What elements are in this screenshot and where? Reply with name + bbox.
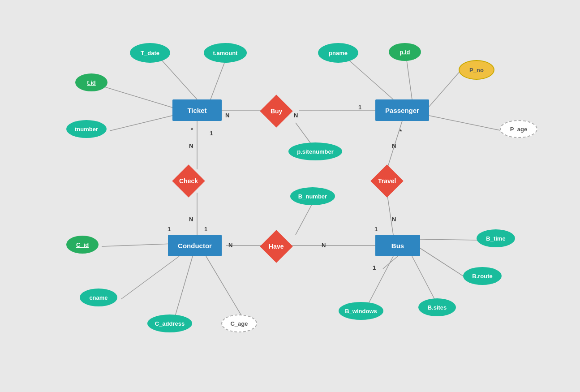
entity-passenger[interactable]: Passenger <box>375 99 429 121</box>
svg-line-0 <box>157 55 197 99</box>
attr-p-age: P_age <box>500 120 537 138</box>
svg-line-23 <box>420 248 466 278</box>
svg-line-3 <box>110 116 172 131</box>
card-bus-have-1: 1 <box>374 226 378 233</box>
svg-line-22 <box>420 239 479 240</box>
svg-line-13 <box>387 193 393 235</box>
relation-travel[interactable]: Travel <box>370 164 404 198</box>
attr-p-no: P_no <box>459 60 494 80</box>
attr-b-time: B_time <box>477 229 515 247</box>
card-conductor-have-n: N <box>228 242 232 249</box>
attr-t-amount: t.amount <box>204 43 247 63</box>
card-buy-passenger: N <box>294 112 298 119</box>
attr-tnumber: tnumber <box>66 120 107 138</box>
attr-b-number: B_number <box>290 187 335 205</box>
card-passenger-buy: 1 <box>358 104 361 111</box>
card-ticket-check-n: N <box>189 142 193 149</box>
card-ticket-check-star: * <box>191 126 193 133</box>
er-diagram: Ticket Passenger Conductor Bus Buy Check… <box>0 0 580 392</box>
entity-bus[interactable]: Bus <box>375 235 420 256</box>
card-passenger-travel-n: N <box>392 142 396 149</box>
attr-c-age: C_age <box>221 314 257 332</box>
attr-t-date: T_date <box>130 43 170 63</box>
svg-line-26 <box>383 256 398 269</box>
attr-c-address: C_address <box>147 314 192 332</box>
attr-p-id: p.id <box>389 43 421 61</box>
attr-b-sites: B.sites <box>418 298 456 316</box>
card-ticket-check-1: 1 <box>210 130 213 137</box>
relation-check[interactable]: Check <box>172 164 205 198</box>
card-travel-bus-n: N <box>392 216 396 223</box>
svg-line-2 <box>96 84 172 108</box>
card-have-bus-n: N <box>322 242 326 249</box>
card-conductor-have-1: 1 <box>204 226 207 233</box>
svg-line-6 <box>343 55 393 99</box>
card-bus-bottom-1: 1 <box>373 264 376 271</box>
entity-conductor[interactable]: Conductor <box>168 235 222 256</box>
relation-buy[interactable]: Buy <box>260 95 293 128</box>
attr-t-id: t.id <box>75 73 107 91</box>
card-check-conductor-n: N <box>189 216 193 223</box>
attr-p-sitenumber: p.sitenumber <box>288 142 342 160</box>
card-conductor-check-1: 1 <box>168 226 171 233</box>
attr-pname: pname <box>318 43 358 63</box>
attr-cname: cname <box>80 289 117 306</box>
card-passenger-travel-star: * <box>400 128 402 135</box>
svg-line-19 <box>121 256 179 299</box>
svg-line-8 <box>429 71 460 107</box>
relation-have[interactable]: Have <box>260 230 293 263</box>
card-buy-ticket: N <box>225 112 229 119</box>
attr-c-id: C_id <box>66 236 99 254</box>
svg-line-9 <box>429 116 503 131</box>
svg-line-18 <box>102 244 172 246</box>
svg-line-21 <box>206 256 242 316</box>
attr-b-windows: B_windows <box>339 302 383 320</box>
attr-b-route: B.route <box>463 267 502 285</box>
entity-ticket[interactable]: Ticket <box>172 99 222 121</box>
